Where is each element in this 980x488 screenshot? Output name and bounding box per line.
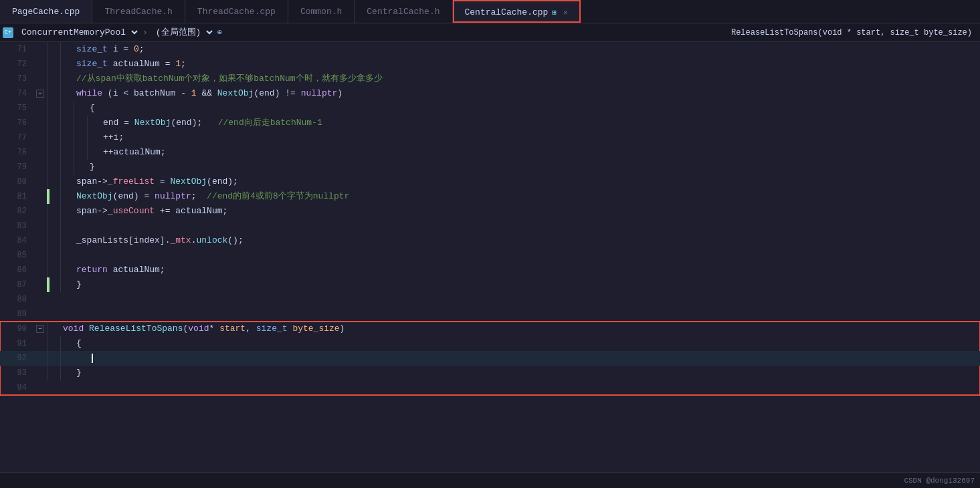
line-content: } [87, 160, 980, 174]
code-line-73: 73 //从span中获取batchNum个对象，如果不够batchNum个时，… [0, 72, 980, 86]
line-content [74, 219, 980, 233]
line-number: 88 [0, 292, 33, 307]
line-number: 71 [0, 42, 33, 57]
scope-icon: ⊕ [217, 27, 222, 37]
line-gutter [33, 263, 47, 277]
line-gutter [33, 116, 47, 130]
line-content: span->_freeList = NextObj(end); [74, 174, 980, 189]
line-number: 77 [0, 130, 33, 145]
code-line-72: 72 size_t actualNum = 1; [0, 57, 980, 72]
code-line-84: 84 _spanLists[index]._mtx.unlock(); [0, 233, 980, 248]
tab-common-h[interactable]: Common.h [288, 0, 355, 23]
line-gutter [33, 72, 47, 86]
line-content: span->_useCount += actualNum; [74, 204, 980, 219]
line-gutter [33, 351, 47, 366]
line-content: end = NextObj(end); //end向后走batchNum-1 [100, 116, 980, 130]
tab-label: Common.h [300, 7, 342, 17]
tab-label: ThreadCache.cpp [197, 7, 276, 17]
line-number: 72 [0, 57, 33, 72]
code-line-75: 75 { [0, 101, 980, 116]
line-number: 75 [0, 101, 33, 116]
code-line-89: 89 [0, 307, 980, 322]
code-line-78: 78 ++actualNum; [0, 145, 980, 160]
line-content: _spanLists[index]._mtx.unlock(); [74, 233, 980, 248]
code-line-88: 88 [0, 292, 980, 307]
line-gutter [33, 219, 47, 233]
line-gutter [33, 101, 47, 116]
line-gutter [33, 57, 47, 72]
line-content [47, 292, 980, 307]
line-content: size_t actualNum = 1; [74, 57, 980, 72]
line-number: 94 [0, 380, 33, 395]
line-content: while (i < batchNum - 1 && NextObj(end) … [74, 86, 980, 101]
line-gutter [33, 307, 47, 322]
line-number: 87 [0, 277, 33, 292]
line-gutter [33, 336, 47, 351]
line-gutter [33, 189, 47, 204]
tab-label: CentralCache.h [367, 7, 439, 17]
line-gutter [33, 366, 47, 380]
line-content [47, 380, 980, 395]
breadcrumb-bar: C+ ConcurrentMemoryPool › (全局范围) ⊕ Relea… [0, 23, 980, 42]
tab-label: PageCache.cpp [12, 7, 80, 17]
code-editor: 71 size_t i = 0; 72 size_t actualNum = 1… [0, 42, 980, 472]
code-line-86: 86 return actualNum; [0, 263, 980, 277]
line-number: 73 [0, 72, 33, 86]
line-content [47, 307, 980, 322]
line-number: 90 [0, 322, 33, 336]
code-line-82: 82 span->_useCount += actualNum; [0, 204, 980, 219]
line-number: 83 [0, 219, 33, 233]
text-cursor [92, 354, 93, 363]
line-number: 91 [0, 336, 33, 351]
code-line-93: 93 } [0, 366, 980, 380]
line-content: ++actualNum; [100, 145, 980, 160]
line-gutter [33, 292, 47, 307]
code-line-87: 87 } [0, 277, 980, 292]
tab-centralcache-cpp[interactable]: CentralCache.cpp ⊞ ✕ [453, 0, 581, 23]
code-line-71: 71 size_t i = 0; [0, 42, 980, 57]
line-number: 80 [0, 174, 33, 189]
line-number: 86 [0, 263, 33, 277]
code-line-81: 81 NextObj(end) = nullptr; //end的前4或前8个字… [0, 189, 980, 204]
file-type-icon: C+ [3, 27, 13, 38]
scope-select[interactable]: (全局范围) [151, 27, 215, 38]
line-number: 89 [0, 307, 33, 322]
fold-icon[interactable]: − [36, 325, 44, 333]
status-bar: CSDN @dong132697 [0, 472, 980, 488]
code-line-83: 83 [0, 219, 980, 233]
line-content [74, 248, 980, 263]
line-gutter [33, 233, 47, 248]
code-line-80: 80 span->_freeList = NextObj(end); [0, 174, 980, 189]
line-content: { [74, 336, 980, 351]
code-line-76: 76 end = NextObj(end); //end向后走batchNum-… [0, 116, 980, 130]
line-gutter [33, 380, 47, 395]
tab-label: CentralCache.cpp [465, 7, 549, 17]
code-line-74: 74 − while (i < batchNum - 1 && NextObj(… [0, 86, 980, 101]
code-line-79: 79 } [0, 160, 980, 174]
line-gutter [33, 174, 47, 189]
tab-threadcache-h[interactable]: ThreadCache.h [92, 0, 185, 23]
code-line-90: 90 − void ReleaseListToSpans(void* start… [0, 322, 980, 336]
code-line-77: 77 ++i; [0, 130, 980, 145]
line-content[interactable] [74, 351, 980, 366]
line-number: 74 [0, 86, 33, 101]
tab-threadcache-cpp[interactable]: ThreadCache.cpp [185, 0, 288, 23]
attribution-text: CSDN @dong132697 [904, 477, 975, 485]
tab-pagecache[interactable]: PageCache.cpp [0, 0, 92, 23]
function-signature: ReleaseListToSpans(void * start, size_t … [731, 28, 977, 37]
line-content: size_t i = 0; [74, 42, 980, 57]
line-content: { [87, 101, 980, 116]
tab-centralcache-h[interactable]: CentralCache.h [355, 0, 452, 23]
line-gutter [33, 130, 47, 145]
code-line-94: 94 [0, 380, 980, 395]
line-content: //从span中获取batchNum个对象，如果不够batchNum个时，就有多… [74, 72, 980, 86]
line-number: 81 [0, 189, 33, 204]
line-gutter [33, 277, 47, 292]
line-gutter [33, 160, 47, 174]
line-gutter: − [33, 322, 47, 336]
fold-icon[interactable]: − [36, 90, 44, 98]
line-number: 85 [0, 248, 33, 263]
close-icon[interactable]: ✕ [563, 8, 568, 17]
line-number: 82 [0, 204, 33, 219]
namespace-select[interactable]: ConcurrentMemoryPool [16, 27, 140, 38]
